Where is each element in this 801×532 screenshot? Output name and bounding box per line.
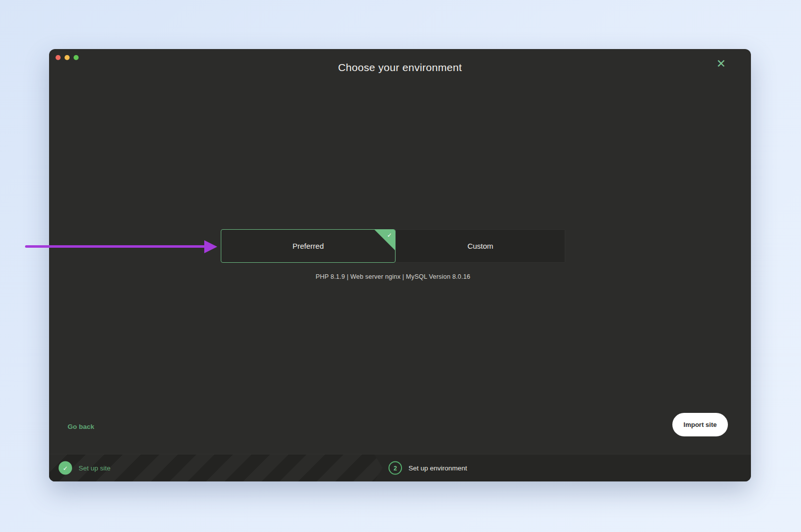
progress-bar: ✓ Set up site 2 Set up environment [49,454,751,481]
step-complete-check-icon: ✓ [59,461,72,475]
step-set-up-site-label: Set up site [79,464,111,472]
annotation-arrow-line [25,245,206,248]
step-set-up-environment-label: Set up environment [409,464,467,472]
traffic-light-minimize-icon[interactable] [65,55,70,60]
window-controls [56,55,79,60]
selected-corner-badge: ✓ [374,230,395,250]
step-set-up-environment: 2 Set up environment [388,461,467,475]
tab-custom[interactable]: Custom [395,229,565,263]
go-back-link[interactable]: Go back [68,423,94,430]
tab-preferred[interactable]: Preferred ✓ [221,229,395,263]
app-window: Choose your environment ✕ Preferred ✓ Cu… [49,49,751,481]
import-site-button[interactable]: Import site [672,413,728,436]
environment-details: PHP 8.1.9 | Web server nginx | MySQL Ver… [221,273,565,280]
traffic-light-close-icon[interactable] [56,55,61,60]
page-title: Choose your environment [49,62,751,74]
annotation-arrow-head-icon [204,240,217,253]
environment-options: Preferred ✓ Custom [221,229,565,263]
step-number-badge: 2 [388,461,402,475]
tab-preferred-label: Preferred [292,242,324,250]
tab-custom-label: Custom [468,242,494,250]
desktop-background: Choose your environment ✕ Preferred ✓ Cu… [0,0,801,532]
close-icon[interactable]: ✕ [716,58,726,70]
checkmark-icon: ✓ [387,232,392,239]
step-set-up-site: ✓ Set up site [59,461,111,475]
traffic-light-zoom-icon[interactable] [74,55,79,60]
